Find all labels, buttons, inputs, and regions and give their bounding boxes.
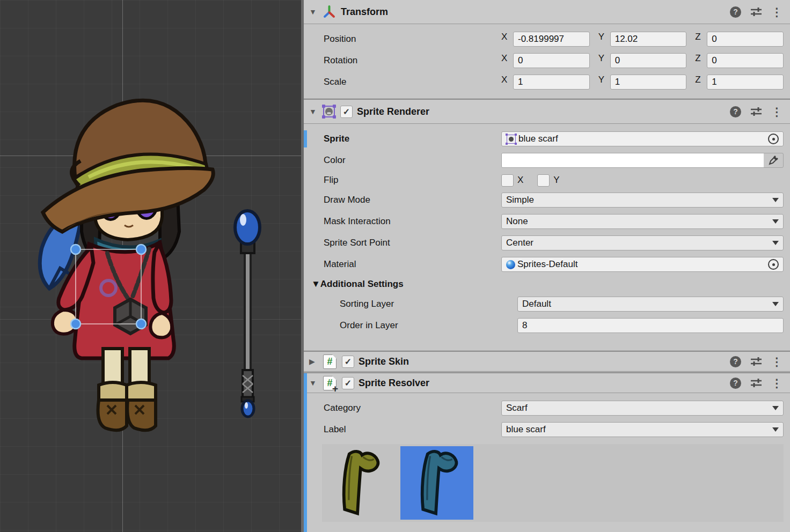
sprite-object-field[interactable]: blue scarf <box>501 131 784 146</box>
component-title: Transform <box>341 6 388 18</box>
color-field[interactable] <box>501 153 784 168</box>
foldout-open-icon[interactable]: ▼ <box>309 8 320 16</box>
enable-checkbox[interactable]: ✓ <box>340 106 353 118</box>
color-row: Color <box>304 150 790 171</box>
selection-handles[interactable] <box>71 245 146 329</box>
axis-x-label: X <box>501 32 513 47</box>
selection-overlay[interactable] <box>0 0 301 532</box>
component-title: Sprite Renderer <box>357 106 429 117</box>
sprite-renderer-component: ▼ ✓ Sprite Renderer ? ⋮ Sprite <box>304 100 790 350</box>
presets-icon[interactable] <box>750 6 763 17</box>
transform-header[interactable]: ▼ Transform ? ⋮ <box>304 0 790 24</box>
scale-y-input[interactable] <box>610 75 687 90</box>
presets-icon[interactable] <box>750 378 763 388</box>
sprite-skin-header[interactable]: ▶ # ✓ Sprite Skin ? ⋮ <box>304 352 790 372</box>
field-label: Position <box>324 34 501 45</box>
more-menu-icon[interactable]: ⋮ <box>771 106 782 117</box>
sorting-layer-dropdown[interactable]: Default <box>517 297 784 312</box>
enable-checkbox[interactable]: ✓ <box>342 356 354 368</box>
help-icon[interactable]: ? <box>730 106 741 117</box>
script-plus-icon: #+ <box>323 376 337 390</box>
category-row: Category Scarf <box>304 397 790 419</box>
label-value: blue scarf <box>506 424 546 435</box>
axis-y-label: Y <box>598 53 610 68</box>
foldout-open-icon[interactable]: ▼ <box>311 279 320 290</box>
mask-interaction-row: Mask Interaction None <box>304 211 790 232</box>
chevron-down-icon <box>772 427 779 432</box>
additional-settings-foldout[interactable]: ▼ Additional Settings <box>304 275 790 293</box>
foldout-open-icon[interactable]: ▼ <box>309 107 320 116</box>
rotation-z-input[interactable] <box>707 53 784 68</box>
foldout-closed-icon[interactable]: ▶ <box>309 357 320 366</box>
scale-x-input[interactable] <box>513 75 590 90</box>
field-label: Scale <box>324 77 501 87</box>
order-in-layer-input[interactable] <box>517 318 784 333</box>
sprite-resolver-header[interactable]: ▼ #+ ✓ Sprite Resolver ? ⋮ <box>304 373 790 393</box>
category-dropdown[interactable]: Scarf <box>501 401 784 416</box>
position-y-input[interactable] <box>610 32 687 47</box>
position-z-input[interactable] <box>707 32 784 47</box>
foldout-open-icon[interactable]: ▼ <box>309 379 320 387</box>
flip-y-checkbox[interactable] <box>537 174 550 187</box>
enable-checkbox[interactable]: ✓ <box>342 377 354 389</box>
sprite-renderer-header[interactable]: ▼ ✓ Sprite Renderer ? ⋮ <box>304 100 790 124</box>
sprite-sort-point-dropdown[interactable]: Center <box>501 235 784 250</box>
eyedropper-icon[interactable] <box>764 153 783 167</box>
script-icon: # <box>323 354 337 369</box>
inspector-bottom-strip <box>304 522 790 532</box>
prefab-override-bar <box>304 130 307 147</box>
help-icon[interactable]: ? <box>730 6 741 18</box>
axis-z-label: Z <box>695 75 707 90</box>
component-title: Sprite Skin <box>359 356 409 367</box>
object-picker-icon[interactable] <box>764 132 783 146</box>
flip-x-checkbox[interactable] <box>501 174 514 187</box>
chevron-down-icon <box>772 198 779 202</box>
more-menu-icon[interactable]: ⋮ <box>771 378 782 389</box>
rotation-y-input[interactable] <box>610 53 687 68</box>
label-dropdown[interactable]: blue scarf <box>501 422 784 437</box>
axis-z-label: Z <box>695 32 707 47</box>
sprite-variant-blue-scarf[interactable] <box>400 446 473 520</box>
flip-row: Flip X Y <box>304 171 790 189</box>
material-value: Sprites-Default <box>517 259 577 270</box>
sprite-sort-point-value: Center <box>506 238 533 248</box>
rotation-row: Rotation X Y Z <box>304 50 790 71</box>
scene-view[interactable] <box>0 0 301 532</box>
color-swatch[interactable] <box>502 153 764 167</box>
position-x-input[interactable] <box>513 32 590 47</box>
object-picker-icon[interactable] <box>764 257 783 271</box>
presets-icon[interactable] <box>750 106 763 117</box>
help-icon[interactable]: ? <box>730 356 741 367</box>
field-label: Sprite <box>324 134 501 144</box>
mask-interaction-dropdown[interactable]: None <box>501 214 784 229</box>
pivot-ring[interactable] <box>101 280 116 295</box>
more-menu-icon[interactable]: ⋮ <box>771 6 782 18</box>
field-label: Sorting Layer <box>324 299 517 309</box>
sprite-row: Sprite blue scarf <box>304 128 790 150</box>
sprite-sort-point-row: Sprite Sort Point Center <box>304 232 790 254</box>
material-row: Material Sprites-Default <box>304 254 790 275</box>
field-label: Mask Interaction <box>324 216 501 227</box>
presets-icon[interactable] <box>750 356 763 367</box>
draw-mode-dropdown[interactable]: Simple <box>501 193 784 208</box>
prefab-override-bar <box>304 373 307 532</box>
scale-z-input[interactable] <box>707 75 784 90</box>
field-label: Label <box>324 424 501 435</box>
field-label: Color <box>324 155 501 166</box>
more-menu-icon[interactable]: ⋮ <box>771 356 782 367</box>
sprite-variant-green-scarf[interactable] <box>322 446 395 520</box>
material-object-field[interactable]: Sprites-Default <box>501 257 784 272</box>
help-icon[interactable]: ? <box>730 378 741 389</box>
field-label: Sprite Sort Point <box>324 238 501 248</box>
chevron-down-icon <box>772 406 779 410</box>
draw-mode-row: Draw Mode Simple <box>304 189 790 211</box>
mask-interaction-value: None <box>506 216 528 227</box>
field-label: Rotation <box>324 55 501 66</box>
sprite-skin-component: ▶ # ✓ Sprite Skin ? ⋮ <box>304 352 790 372</box>
axis-z-label: Z <box>695 53 707 68</box>
sprite-asset-icon <box>506 134 516 144</box>
axis-y-label: Y <box>598 75 610 90</box>
section-label: Additional Settings <box>320 279 404 290</box>
sprite-value: blue scarf <box>518 134 558 144</box>
rotation-x-input[interactable] <box>513 53 590 68</box>
